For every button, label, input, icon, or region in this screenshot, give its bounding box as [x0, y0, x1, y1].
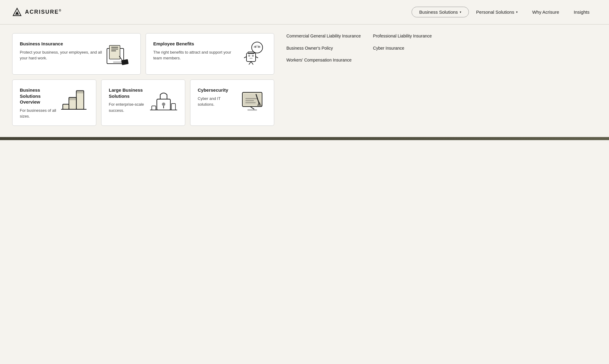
- stairs-illustration: [59, 87, 90, 115]
- link-cyber-insurance[interactable]: Cyber Insurance: [373, 45, 432, 51]
- link-professional-liability[interactable]: Professional Liability Insurance: [373, 33, 432, 39]
- svg-rect-25: [69, 97, 76, 100]
- link-commercial-general-liability[interactable]: Commercial General Liability Insurance: [286, 33, 361, 39]
- card-cybersecurity[interactable]: Cybersecurity Cyber and IT solutions.: [190, 80, 274, 126]
- nav-business-solutions[interactable]: Business Solutions ▾: [412, 7, 469, 17]
- folder-illustration: [104, 41, 134, 68]
- card-title: Cybersecurity: [198, 87, 237, 93]
- nav-insights[interactable]: Insights: [566, 7, 597, 17]
- card-large-business-solutions[interactable]: Large Business Solutions For enterprise-…: [101, 80, 185, 126]
- card-title: Large Business Solutions: [109, 87, 148, 99]
- svg-line-20: [256, 57, 258, 58]
- screen-illustration: [237, 87, 268, 115]
- card-employee-benefits[interactable]: Employee Benefits The right benefits to …: [146, 33, 274, 75]
- links-col-2: Professional Liability Insurance Cyber I…: [373, 33, 432, 126]
- nav-why-acrisure[interactable]: Why Acrisure: [525, 7, 566, 17]
- card-desc: For businesses of all sizes.: [20, 108, 59, 119]
- nav-personal-solutions[interactable]: Personal Solutions ▾: [469, 7, 525, 17]
- card-desc: Cyber and IT solutions.: [198, 96, 237, 108]
- main-nav: Business Solutions ▾ Personal Solutions …: [412, 7, 597, 17]
- svg-rect-13: [246, 53, 256, 62]
- logo-text: ACRISURE®: [25, 9, 62, 15]
- svg-rect-6: [111, 51, 116, 51]
- links-col-1: Commercial General Liability Insurance B…: [286, 33, 361, 126]
- svg-rect-26: [63, 104, 69, 109]
- lock-illustration: [148, 87, 179, 115]
- chevron-down-icon: ▾: [460, 10, 461, 14]
- svg-rect-4: [111, 47, 118, 48]
- svg-rect-32: [172, 104, 175, 110]
- card-title: Employee Benefits: [153, 41, 237, 47]
- chevron-down-icon: ▾: [516, 10, 518, 14]
- logo-icon: [12, 7, 22, 17]
- dropdown-links: Commercial General Liability Insurance B…: [280, 33, 597, 126]
- card-title: Business Solutions Overview: [20, 87, 59, 105]
- svg-rect-14: [248, 55, 250, 57]
- svg-rect-36: [246, 98, 257, 99]
- svg-rect-42: [247, 109, 257, 111]
- svg-point-29: [162, 103, 165, 106]
- svg-rect-23: [76, 91, 84, 94]
- card-desc: The right benefits to attract and suppor…: [153, 49, 237, 61]
- link-workers-compensation[interactable]: Workers' Compensation Insurance: [286, 57, 361, 63]
- card-business-solutions-overview[interactable]: Business Solutions Overview For business…: [12, 80, 96, 126]
- dropdown-cards: Business Insurance Protect your business…: [12, 33, 274, 126]
- business-solutions-dropdown: Business Insurance Protect your business…: [0, 24, 609, 137]
- card-desc: Protect your business, your employees, a…: [20, 49, 104, 61]
- svg-rect-31: [152, 106, 156, 110]
- robot-illustration: [237, 41, 268, 68]
- svg-line-41: [250, 107, 254, 109]
- svg-point-11: [254, 46, 256, 48]
- card-title: Business Insurance: [20, 41, 104, 47]
- svg-rect-9: [113, 62, 122, 63]
- card-business-insurance[interactable]: Business Insurance Protect your business…: [12, 33, 141, 75]
- link-business-owners-policy[interactable]: Business Owner's Policy: [286, 45, 361, 51]
- card-desc: For enterprise-scale success.: [109, 101, 148, 113]
- svg-rect-5: [111, 49, 118, 49]
- cards-row-2: Business Solutions Overview For business…: [12, 80, 274, 126]
- svg-rect-22: [76, 91, 84, 109]
- svg-rect-37: [246, 100, 254, 101]
- svg-rect-16: [250, 58, 253, 59]
- svg-line-17: [249, 62, 251, 65]
- cards-row-1: Business Insurance Protect your business…: [12, 33, 274, 75]
- svg-line-18: [251, 62, 253, 65]
- svg-marker-1: [15, 11, 19, 14]
- logo[interactable]: ACRISURE®: [12, 7, 62, 17]
- svg-rect-38: [246, 102, 256, 103]
- header: ACRISURE® Business Solutions ▾ Personal …: [0, 0, 609, 24]
- svg-rect-15: [252, 55, 254, 57]
- svg-point-12: [258, 46, 260, 48]
- svg-line-19: [244, 57, 246, 58]
